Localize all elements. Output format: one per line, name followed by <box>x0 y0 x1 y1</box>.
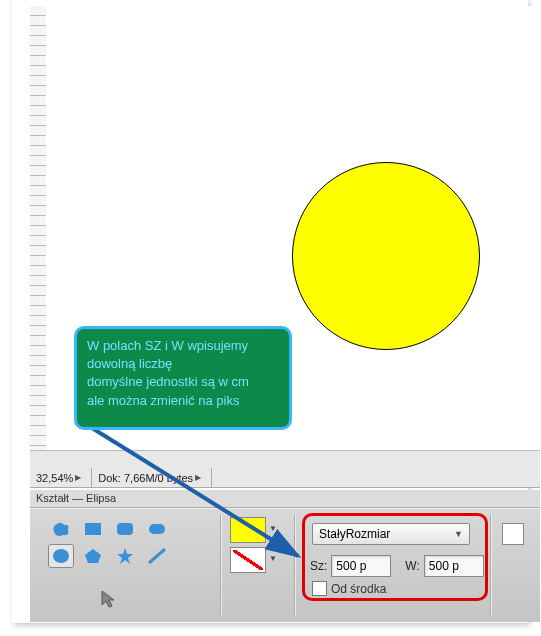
from-center-label: Od środka <box>331 582 386 596</box>
callout-text: W polach SZ i W wpisujemy <box>87 337 279 355</box>
document-size: Dok: 7,66M/0 bytes ▶ <box>92 468 212 487</box>
svg-marker-6 <box>117 548 133 564</box>
style-swatch[interactable] <box>502 523 524 545</box>
height-label: W: <box>405 559 419 573</box>
svg-rect-3 <box>149 524 165 534</box>
tool-options-bar: ▼ ▼ StałyRozmiar ▼ Sz: W: Od środka <box>30 508 540 622</box>
status-bar: 32,54% ▶ Dok: 7,66M/0 bytes ▶ <box>30 468 540 488</box>
chevron-right-icon[interactable]: ▶ <box>193 473 205 482</box>
pill-shape-icon[interactable] <box>144 517 170 541</box>
width-label: Sz: <box>310 559 327 573</box>
dropdown-value: StałyRozmiar <box>319 527 390 541</box>
size-mode-dropdown[interactable]: StałyRozmiar ▼ <box>312 523 470 545</box>
blob-shape-icon[interactable] <box>48 517 74 541</box>
width-input[interactable] <box>331 555 391 577</box>
star-shape-icon[interactable] <box>112 544 138 568</box>
fill-stroke-swatches: ▼ ▼ <box>230 517 290 577</box>
polygon-shape-icon[interactable] <box>80 544 106 568</box>
fill-color-swatch[interactable]: ▼ <box>230 517 266 543</box>
svg-rect-2 <box>117 523 133 535</box>
chevron-down-icon[interactable]: ▼ <box>269 524 277 533</box>
svg-point-4 <box>53 549 69 563</box>
horizontal-scrollbar[interactable] <box>30 450 540 470</box>
height-input[interactable] <box>424 555 484 577</box>
divider <box>294 515 296 616</box>
cursor-tool-icon[interactable] <box>98 589 124 613</box>
shape-palette <box>48 517 220 571</box>
rounded-rectangle-shape-icon[interactable] <box>112 517 138 541</box>
callout-text: ale można zmienić na piks <box>87 392 279 410</box>
vertical-ruler <box>30 6 47 450</box>
svg-line-7 <box>149 549 165 563</box>
callout-text: domyślne jednostki są w cm <box>87 373 279 391</box>
annotation-callout: W polach SZ i W wpisujemy dowolną liczbę… <box>74 326 292 430</box>
tool-name-label: Kształt — Elipsa <box>30 490 540 508</box>
ellipse-shape-icon[interactable] <box>48 544 74 568</box>
divider <box>490 515 492 616</box>
divider <box>220 515 222 616</box>
chevron-right-icon[interactable]: ▶ <box>73 473 85 482</box>
svg-marker-5 <box>85 549 101 563</box>
stroke-color-swatch[interactable]: ▼ <box>230 547 266 573</box>
from-center-checkbox[interactable] <box>312 581 327 596</box>
svg-rect-1 <box>85 523 101 535</box>
ellipse-shape[interactable] <box>292 162 480 350</box>
chevron-down-icon: ▼ <box>454 529 463 539</box>
line-shape-icon[interactable] <box>144 544 170 568</box>
zoom-level[interactable]: 32,54% <box>36 472 73 484</box>
rectangle-shape-icon[interactable] <box>80 517 106 541</box>
callout-text: dowolną liczbę <box>87 355 279 373</box>
chevron-down-icon[interactable]: ▼ <box>269 554 277 563</box>
